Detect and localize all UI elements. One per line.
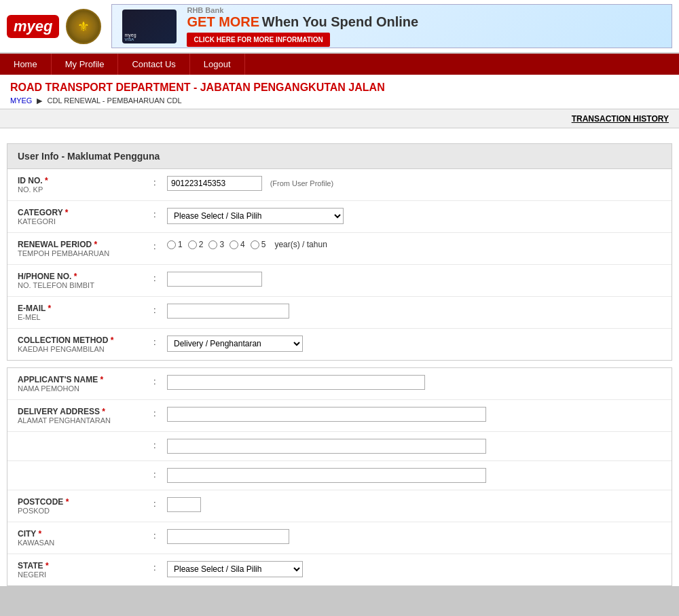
category-label-main: CATEGORY * (18, 208, 153, 217)
delivery-address-line1-group (167, 407, 661, 422)
breadcrumb-root[interactable]: MYEG (10, 96, 32, 105)
id-no-label-sub: NO. KP (18, 185, 153, 194)
renewal-radio-2[interactable] (188, 240, 197, 249)
category-label: CATEGORY * KATEGORI (18, 208, 153, 225)
phone-label: H/PHONE NO. * NO. TELEFON BIMBIT (18, 272, 153, 289)
collection-method-label: COLLECTION METHOD * KAEDAH PENGAMBILAN (18, 336, 153, 353)
main-content: ROAD TRANSPORT DEPARTMENT - JABATAN PENG… (0, 75, 679, 586)
page-header: ROAD TRANSPORT DEPARTMENT - JABATAN PENG… (0, 75, 679, 109)
renewal-label-1: 1 (178, 240, 183, 249)
renewal-period-input-group: 1 2 3 4 (167, 240, 661, 249)
category-select[interactable]: Please Select / Sila Pilih Class 1 Class… (167, 208, 344, 224)
phone-input[interactable] (167, 272, 262, 287)
id-no-label: ID NO. * NO. KP (18, 176, 153, 194)
nav-contact-us[interactable]: Contact Us (118, 54, 189, 75)
renewal-radio-5[interactable] (251, 240, 259, 249)
delivery-address-label-main: DELIVERY ADDRESS * (18, 407, 153, 416)
banner-ad[interactable]: myeg VISA RHB Bank GET MORE When You Spe… (111, 4, 672, 48)
postcode-input[interactable] (167, 497, 201, 512)
page-title: ROAD TRANSPORT DEPARTMENT - JABATAN PENG… (10, 81, 669, 94)
postcode-label: POSTCODE * POSKOD (18, 497, 153, 515)
collection-method-label-main: COLLECTION METHOD * (18, 336, 153, 345)
navigation-bar: Home My Profile Contact Us Logout (0, 54, 679, 75)
delivery-info-section: APPLICANT'S NAME * NAMA PEMOHON : DELIVE… (7, 367, 672, 586)
card-image: myeg VISA (122, 10, 177, 43)
delivery-address-line2-group (167, 439, 661, 454)
banner-headline-bold: GET MORE (187, 14, 259, 29)
renewal-radio-3[interactable] (208, 240, 217, 249)
delivery-address-row: DELIVERY ADDRESS * ALAMAT PENGHANTARAN : (7, 400, 672, 432)
delivery-address-line3[interactable] (167, 468, 486, 483)
phone-label-main: H/PHONE NO. * (18, 272, 153, 281)
applicant-name-row: APPLICANT'S NAME * NAMA PEMOHON : (7, 368, 672, 400)
postcode-label-main: POSTCODE * (18, 497, 153, 507)
id-no-input[interactable] (167, 176, 262, 191)
state-label-main: STATE * (18, 561, 153, 570)
city-label-main: CITY * (18, 529, 153, 539)
renewal-label-2: 2 (199, 240, 204, 249)
nav-logout[interactable]: Logout (190, 54, 245, 75)
email-label-sub: E-MEL (18, 313, 153, 321)
banner-text: RHB Bank GET MORE When You Spend Online … (187, 6, 661, 47)
transaction-history-link[interactable]: TRANSACTION HISTORY (572, 114, 669, 124)
state-row: STATE * NEGERI : Please Select / Sila Pi… (7, 554, 672, 585)
state-label-sub: NEGERI (18, 570, 153, 579)
bank-logo: RHB Bank (187, 6, 223, 14)
breadcrumb-separator: ▶ (37, 96, 42, 105)
phone-input-group (167, 272, 661, 287)
from-profile-label: (From User Profile) (270, 179, 334, 187)
id-no-colon: : (153, 176, 167, 187)
transaction-history-bar: TRANSACTION HISTORY (0, 109, 679, 128)
state-select[interactable]: Please Select / Sila Pilih Johor Kedah K… (167, 561, 303, 577)
applicant-name-input-group (167, 375, 661, 390)
delivery-address-label: DELIVERY ADDRESS * ALAMAT PENGHANTARAN (18, 407, 153, 424)
renewal-2yr: 2 (188, 240, 204, 249)
category-input-group: Please Select / Sila Pilih Class 1 Class… (167, 208, 661, 224)
delivery-address-line2[interactable] (167, 439, 486, 454)
renewal-5yr: 5 (251, 240, 266, 249)
banner-headline-normal: When You Spend Online (262, 14, 418, 29)
renewal-radio-1[interactable] (167, 240, 176, 249)
city-label: CITY * KAWASAN (18, 529, 153, 547)
collection-method-row: COLLECTION METHOD * KAEDAH PENGAMBILAN :… (7, 329, 672, 360)
site-header: myeg ⚜ myeg VISA RHB Bank GET MORE When … (0, 0, 679, 54)
collection-method-select[interactable]: Delivery / Penghantaran Self Collection … (167, 336, 303, 352)
email-input-group (167, 304, 661, 319)
myeg-logo: myeg (7, 15, 59, 38)
banner-cta-button[interactable]: CLICK HERE FOR MORE INFORMATION (187, 33, 329, 47)
city-input[interactable] (167, 529, 289, 544)
email-label-main: E-MAIL * (18, 304, 153, 313)
state-input-group: Please Select / Sila Pilih Johor Kedah K… (167, 561, 661, 577)
renewal-label-5: 5 (261, 240, 266, 249)
breadcrumb-current: CDL RENEWAL - PEMBAHARUAN CDL (48, 96, 182, 105)
department-badge: ⚜ (66, 9, 101, 44)
city-label-sub: KAWASAN (18, 539, 153, 547)
city-input-group (167, 529, 661, 544)
delivery-address-line3-group (167, 468, 661, 483)
collection-method-input-group: Delivery / Penghantaran Self Collection … (167, 336, 661, 352)
renewal-radio-4[interactable] (230, 240, 238, 249)
delivery-address-label-sub: ALAMAT PENGHANTARAN (18, 416, 153, 424)
renewal-label-3: 3 (219, 240, 224, 249)
renewal-4yr: 4 (230, 240, 245, 249)
email-row: E-MAIL * E-MEL : (7, 297, 672, 329)
delivery-address-line1[interactable] (167, 407, 486, 422)
breadcrumb: MYEG ▶ CDL RENEWAL - PEMBAHARUAN CDL (10, 96, 669, 105)
nav-my-profile[interactable]: My Profile (52, 54, 119, 75)
postcode-label-sub: POSKOD (18, 507, 153, 515)
renewal-suffix: year(s) / tahun (274, 240, 327, 249)
email-input[interactable] (167, 304, 289, 319)
applicant-name-input[interactable] (167, 375, 425, 390)
renewal-period-label: RENEWAL PERIOD * TEMPOH PEMBAHARUAN (18, 240, 153, 257)
nav-home[interactable]: Home (0, 54, 52, 75)
applicant-name-label: APPLICANT'S NAME * NAMA PEMOHON (18, 375, 153, 393)
renewal-3yr: 3 (208, 240, 224, 249)
section1-header: User Info - Maklumat Pengguna (7, 144, 672, 169)
collection-method-label-sub: KAEDAH PENGAMBILAN (18, 345, 153, 353)
applicant-name-label-sub: NAMA PEMOHON (18, 384, 153, 393)
state-label: STATE * NEGERI (18, 561, 153, 579)
delivery-address-row2: : (7, 432, 672, 461)
applicant-name-label-main: APPLICANT'S NAME * (18, 375, 153, 384)
id-no-input-group: (From User Profile) (167, 176, 661, 191)
phone-label-sub: NO. TELEFON BIMBIT (18, 281, 153, 289)
